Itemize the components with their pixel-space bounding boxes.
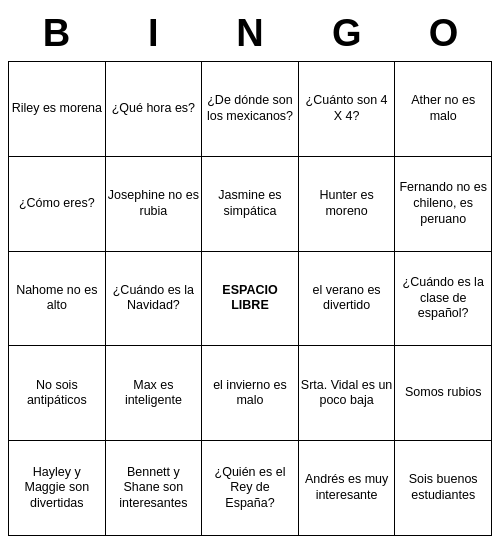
grid-cell-r0-c3: ¿Cuánto son 4 X 4? (298, 62, 395, 157)
grid-cell-r1-c0: ¿Cómo eres? (9, 156, 106, 251)
grid-cell-r3-c1: Max es inteligente (105, 346, 202, 441)
grid-cell-r0-c2: ¿De dónde son los mexicanos? (202, 62, 299, 157)
grid-cell-r0-c1: ¿Qué hora es? (105, 62, 202, 157)
grid-cell-r0-c4: Ather no es malo (395, 62, 492, 157)
bingo-grid: Riley es morena¿Qué hora es?¿De dónde so… (8, 61, 492, 536)
grid-cell-r2-c1: ¿Cuándo es la Navidad? (105, 251, 202, 346)
grid-cell-r4-c3: Andrés es muy interesante (298, 441, 395, 536)
grid-cell-r2-c4: ¿Cuándo es la clase de español? (395, 251, 492, 346)
grid-cell-r4-c1: Bennett y Shane son interesantes (105, 441, 202, 536)
grid-cell-r3-c0: No sois antipáticos (9, 346, 106, 441)
letter-g: G (307, 12, 387, 55)
grid-cell-r1-c4: Fernando no es chileno, es peruano (395, 156, 492, 251)
grid-cell-r4-c2: ¿Quién es el Rey de España? (202, 441, 299, 536)
letter-b: B (16, 12, 96, 55)
letter-n: N (210, 12, 290, 55)
grid-cell-r1-c2: Jasmine es simpática (202, 156, 299, 251)
grid-cell-r2-c3: el verano es divertido (298, 251, 395, 346)
letter-i: I (113, 12, 193, 55)
grid-cell-r3-c2: el invierno es malo (202, 346, 299, 441)
grid-cell-r0-c0: Riley es morena (9, 62, 106, 157)
grid-cell-r4-c0: Hayley y Maggie son divertidas (9, 441, 106, 536)
grid-cell-r1-c3: Hunter es moreno (298, 156, 395, 251)
grid-cell-r2-c0: Nahome no es alto (9, 251, 106, 346)
letter-o: O (404, 12, 484, 55)
grid-cell-r3-c3: Srta. Vidal es un poco baja (298, 346, 395, 441)
grid-cell-r1-c1: Josephine no es rubia (105, 156, 202, 251)
grid-cell-r3-c4: Somos rubios (395, 346, 492, 441)
grid-cell-r2-c2: ESPACIO LIBRE (202, 251, 299, 346)
grid-cell-r4-c4: Sois buenos estudiantes (395, 441, 492, 536)
bingo-title: B I N G O (8, 8, 492, 61)
